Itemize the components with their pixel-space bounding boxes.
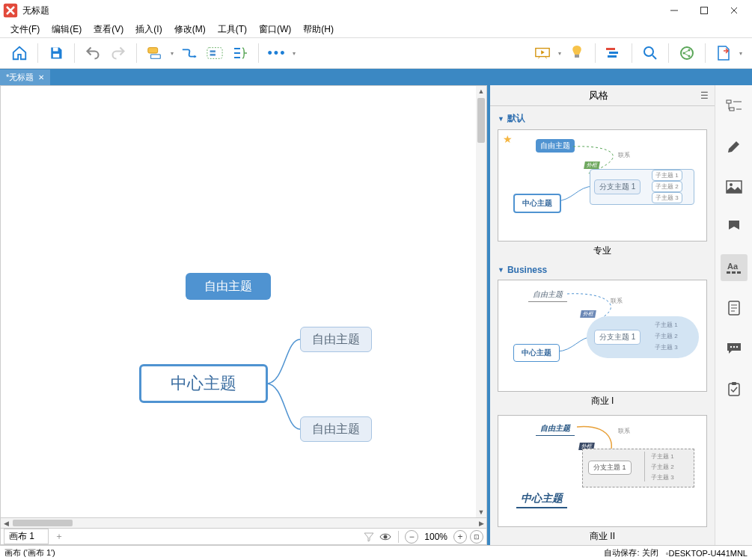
toolbar: ▾ ••• ▾ ▾ ▾: [0, 37, 752, 69]
menu-file[interactable]: 文件(F): [4, 22, 46, 37]
svg-point-20: [644, 47, 653, 56]
status-autosave: 自动保存: 关闭: [604, 547, 658, 559]
format-icon[interactable]: [721, 133, 748, 160]
tab-label: *无标题: [6, 72, 34, 83]
free-topic-node-2[interactable]: 自由主题: [300, 416, 372, 442]
home-button[interactable]: [7, 41, 31, 65]
status-host: DESKTOP-U441MNL: [668, 549, 748, 558]
section-business[interactable]: ▼Business: [498, 265, 707, 275]
comments-icon[interactable]: [721, 335, 748, 362]
thumb-label: 商业 II: [498, 530, 707, 543]
horizontal-scrollbar[interactable]: ◀▶: [0, 518, 487, 529]
zoom-level[interactable]: 100%: [421, 532, 450, 542]
svg-text:Aa: Aa: [727, 262, 739, 271]
redo-button[interactable]: [106, 41, 130, 65]
svg-rect-7: [207, 48, 222, 59]
style-thumb-professional[interactable]: ★ 自由主题 联系 外框 分支主题 1 子主题 1 子主题 2 子主题 3 中心…: [498, 129, 707, 241]
svg-rect-36: [727, 271, 730, 274]
panel-menu-icon[interactable]: ☰: [700, 90, 709, 101]
filter-icon[interactable]: [362, 530, 376, 544]
vertical-scrollbar[interactable]: ▲▼: [476, 86, 486, 517]
svg-rect-19: [608, 55, 617, 58]
boundary-button[interactable]: [203, 41, 227, 65]
save-button[interactable]: [44, 41, 68, 65]
status-left: 画布 ('画布 1'): [4, 547, 55, 559]
theme-icon[interactable]: Aa: [721, 254, 748, 281]
free-topic-node-1[interactable]: 自由主题: [300, 327, 372, 352]
star-icon: ★: [503, 133, 513, 145]
more-dropdown[interactable]: ▾: [290, 50, 298, 57]
svg-rect-5: [148, 48, 158, 53]
document-tab[interactable]: *无标题 ✕: [0, 70, 50, 85]
app-logo-icon: [3, 3, 18, 18]
sheet-name-input[interactable]: 画布 1: [4, 529, 49, 544]
summary-button[interactable]: [228, 41, 252, 65]
maximize-button[interactable]: [689, 0, 719, 21]
tab-close-icon[interactable]: ✕: [38, 73, 44, 81]
svg-rect-31: [730, 108, 734, 111]
status-bar: 画布 ('画布 1') 自动保存: 关闭 ◦ DESKTOP-U441MNL: [0, 545, 752, 560]
menu-window[interactable]: 窗口(W): [253, 22, 297, 37]
svg-rect-16: [575, 55, 579, 58]
export-button[interactable]: [712, 41, 736, 65]
svg-rect-2: [701, 7, 708, 14]
svg-line-27: [684, 53, 689, 56]
menu-help[interactable]: 帮助(H): [297, 22, 340, 37]
brainstorm-button[interactable]: [565, 41, 589, 65]
style-thumb-business-1[interactable]: 自由主题 联系 外框 分支主题 1 子主题 1 子主题 2 子主题 3 中心主题: [498, 280, 707, 392]
svg-rect-37: [732, 271, 736, 274]
svg-rect-8: [210, 50, 215, 52]
svg-rect-6: [151, 55, 161, 59]
presentation-button[interactable]: [531, 41, 554, 65]
close-button[interactable]: [719, 0, 749, 21]
style-thumb-business-2[interactable]: 自由主题 联系 外框 分支主题 1 子主题 1 子主题 2 子主题 3 中心主题: [498, 415, 707, 527]
task-icon[interactable]: [721, 375, 748, 402]
relationship-button[interactable]: [177, 41, 201, 65]
svg-rect-17: [606, 48, 615, 50]
menu-modify[interactable]: 修改(M): [168, 22, 212, 37]
svg-point-34: [730, 183, 733, 186]
share-button[interactable]: [675, 41, 699, 65]
add-sheet-button[interactable]: ＋: [52, 530, 67, 543]
thumb-label: 商业 I: [498, 395, 707, 407]
svg-point-22: [681, 47, 693, 59]
thumb-label: 专业: [498, 244, 707, 257]
image-icon[interactable]: [721, 173, 748, 200]
svg-rect-9: [210, 54, 215, 56]
outline-icon[interactable]: [721, 93, 748, 120]
presentation-dropdown[interactable]: ▾: [556, 50, 563, 57]
topic-button[interactable]: [143, 41, 167, 65]
svg-point-45: [736, 346, 737, 348]
svg-rect-3: [53, 48, 58, 52]
menu-insert[interactable]: 插入(I): [129, 22, 168, 37]
free-topic-node[interactable]: 自由主题: [186, 273, 271, 300]
menu-edit[interactable]: 编辑(E): [46, 22, 88, 37]
topic-dropdown[interactable]: ▾: [168, 50, 176, 57]
svg-rect-47: [732, 382, 736, 385]
menu-view[interactable]: 查看(V): [88, 22, 129, 37]
minimize-button[interactable]: [659, 0, 689, 21]
notes-icon[interactable]: [721, 295, 748, 321]
undo-button[interactable]: [81, 41, 105, 65]
search-button[interactable]: [638, 41, 662, 65]
more-button[interactable]: •••: [265, 41, 289, 65]
canvas-area[interactable]: 自由主题 中心主题 自由主题 自由主题 ▲▼: [0, 85, 487, 518]
svg-point-43: [730, 346, 731, 348]
export-dropdown[interactable]: ▾: [737, 50, 745, 57]
section-default[interactable]: ▼默认: [498, 112, 707, 125]
menu-tools[interactable]: 工具(T): [212, 22, 253, 37]
canvas-footer: 画布 1 ＋ − 100% + ⊡: [0, 529, 487, 545]
svg-point-28: [384, 535, 388, 538]
svg-rect-4: [53, 54, 59, 58]
panel-title: 风格: [496, 89, 700, 102]
marker-icon[interactable]: [721, 214, 748, 241]
svg-rect-18: [609, 52, 618, 54]
zoom-fit-button[interactable]: ⊡: [470, 530, 483, 544]
svg-rect-29: [727, 100, 731, 103]
eye-icon[interactable]: [379, 530, 392, 544]
zoom-out-button[interactable]: −: [405, 530, 418, 544]
center-topic-node[interactable]: 中心主题: [139, 364, 268, 403]
gantt-button[interactable]: [602, 41, 626, 65]
zoom-in-button[interactable]: +: [453, 530, 467, 544]
svg-rect-38: [737, 271, 741, 274]
